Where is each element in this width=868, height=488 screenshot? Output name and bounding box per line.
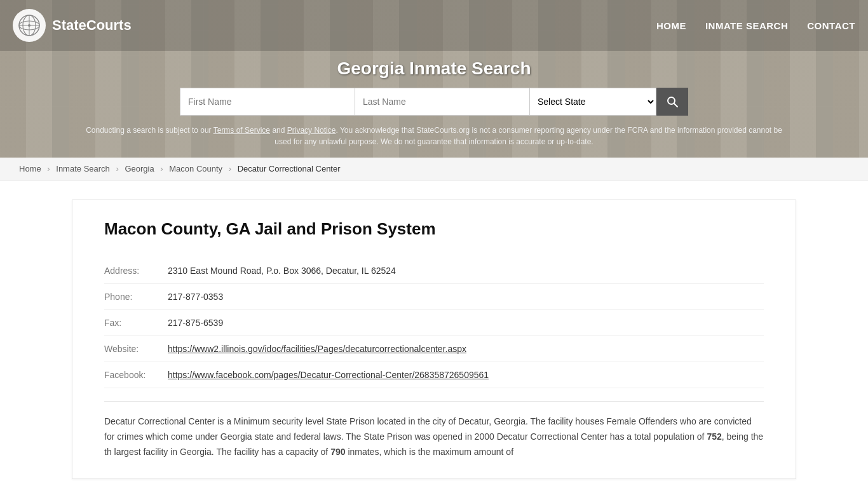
- website-link[interactable]: https://www2.illinois.gov/idoc/facilitie…: [168, 344, 466, 354]
- breadcrumb-sep-3: ›: [160, 164, 163, 173]
- logo-svg: [18, 15, 40, 36]
- capacity-number: 790: [330, 447, 345, 457]
- website-value: https://www2.illinois.gov/idoc/facilitie…: [168, 336, 764, 362]
- breadcrumb-facility: Decatur Correctional Center: [238, 164, 341, 173]
- search-button[interactable]: [656, 88, 688, 116]
- website-label: Website:: [104, 336, 168, 362]
- address-label: Address:: [104, 258, 168, 284]
- facility-title: Macon County, GA Jail and Prison System: [104, 219, 764, 239]
- breadcrumb: Home › Inmate Search › Georgia › Macon C…: [0, 158, 868, 180]
- nav-home[interactable]: HOME: [656, 20, 686, 31]
- logo[interactable]: StateCourts: [13, 9, 132, 42]
- facility-description: Decatur Correctional Center is a Minimum…: [104, 414, 764, 459]
- facebook-row: Facebook: https://www.facebook.com/pages…: [104, 362, 764, 388]
- breadcrumb-sep-1: ›: [47, 164, 50, 173]
- header-content: Georgia Inmate Search Select State Alaba…: [0, 51, 868, 158]
- site-header: StateCourts HOME INMATE SEARCH CONTACT G…: [0, 0, 868, 158]
- facebook-link[interactable]: https://www.facebook.com/pages/Decatur-C…: [168, 370, 489, 380]
- address-value: 2310 East Mound Road, P.o. Box 3066, Dec…: [168, 258, 764, 284]
- top-navigation: StateCourts HOME INMATE SEARCH CONTACT: [0, 0, 868, 51]
- info-table: Address: 2310 East Mound Road, P.o. Box …: [104, 258, 764, 388]
- nav-inmate-search[interactable]: INMATE SEARCH: [705, 20, 788, 31]
- address-row: Address: 2310 East Mound Road, P.o. Box …: [104, 258, 764, 284]
- search-bar: Select State Alabama Georgia Illinois Ca…: [180, 88, 688, 116]
- description-part1: Decatur Correctional Center is a Minimum…: [104, 416, 752, 442]
- population-number: 752: [707, 431, 721, 442]
- disclaimer-text: Conducting a search is subject to our Te…: [85, 125, 783, 147]
- website-row: Website: https://www2.illinois.gov/idoc/…: [104, 336, 764, 362]
- breadcrumb-state[interactable]: Georgia: [125, 164, 154, 173]
- breadcrumb-inmate-search[interactable]: Inmate Search: [56, 164, 110, 173]
- first-name-input[interactable]: [180, 88, 355, 116]
- fax-value: 217-875-6539: [168, 310, 764, 336]
- description-part3: inmates, which is the maximum amount of: [346, 447, 514, 457]
- breadcrumb-home[interactable]: Home: [19, 164, 41, 173]
- logo-icon: [13, 9, 46, 42]
- fax-row: Fax: 217-875-6539: [104, 310, 764, 336]
- logo-text: StateCourts: [52, 17, 132, 34]
- phone-label: Phone:: [104, 284, 168, 310]
- facebook-label: Facebook:: [104, 362, 168, 388]
- facebook-value: https://www.facebook.com/pages/Decatur-C…: [168, 362, 764, 388]
- state-select[interactable]: Select State Alabama Georgia Illinois Ca…: [529, 88, 656, 116]
- page-main-title: Georgia Inmate Search: [13, 58, 855, 79]
- fax-label: Fax:: [104, 310, 168, 336]
- phone-row: Phone: 217-877-0353: [104, 284, 764, 310]
- terms-link[interactable]: Terms of Service: [214, 126, 270, 135]
- last-name-input[interactable]: [355, 88, 529, 116]
- svg-line-7: [674, 104, 677, 107]
- breadcrumb-county[interactable]: Macon County: [169, 164, 222, 173]
- main-container: Macon County, GA Jail and Prison System …: [53, 180, 815, 488]
- nav-links: HOME INMATE SEARCH CONTACT: [656, 20, 855, 31]
- breadcrumb-sep-2: ›: [116, 164, 118, 173]
- content-card: Macon County, GA Jail and Prison System …: [72, 200, 796, 479]
- nav-contact[interactable]: CONTACT: [807, 20, 855, 31]
- content-divider: [104, 401, 764, 402]
- privacy-link[interactable]: Privacy Notice: [287, 126, 336, 135]
- breadcrumb-sep-4: ›: [229, 164, 231, 173]
- phone-value: 217-877-0353: [168, 284, 764, 310]
- search-icon: [666, 95, 679, 108]
